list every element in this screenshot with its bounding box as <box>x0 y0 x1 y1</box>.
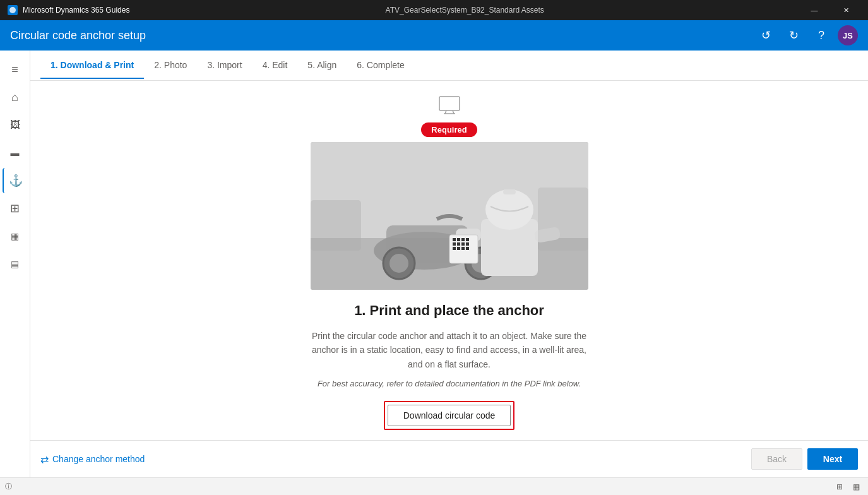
window-controls: — ✕ <box>800 0 860 20</box>
title-bar-left: Microsoft Dynamics 365 Guides <box>8 5 129 15</box>
download-button-container: Download circular code <box>384 401 515 430</box>
menu-icon: ≡ <box>11 63 18 76</box>
close-button[interactable]: ✕ <box>831 0 860 20</box>
step-note: For best accuracy, refer to detailed doc… <box>318 379 581 388</box>
svg-rect-25 <box>453 247 456 250</box>
svg-rect-31 <box>457 242 460 246</box>
help-button[interactable]: ? <box>810 24 833 47</box>
file-name: ATV_GearSelectSystem_B92_Standard Assets <box>386 6 544 15</box>
tab-photo[interactable]: 2. Photo <box>144 52 197 79</box>
info-icon[interactable]: ⓘ <box>5 482 12 491</box>
change-anchor-icon: ⇄ <box>40 453 49 465</box>
step-title: 1. Print and place the anchor <box>354 302 544 319</box>
tabs: 1. Download & Print 2. Photo 3. Import 4… <box>30 51 868 81</box>
app-name: Microsoft Dynamics 365 Guides <box>23 6 129 15</box>
anchor-icon: ⚓ <box>9 174 23 188</box>
app-icon <box>8 5 18 15</box>
svg-rect-24 <box>461 242 465 246</box>
download-circular-code-button[interactable]: Download circular code <box>388 405 511 426</box>
sidebar-item-barcode[interactable]: ▤ <box>3 251 28 277</box>
text-icon: ▬ <box>11 148 20 158</box>
table-icon: ▦ <box>11 231 19 241</box>
tab-edit[interactable]: 4. Edit <box>253 52 298 79</box>
sidebar-item-anchor[interactable]: ⚓ <box>3 168 28 193</box>
svg-rect-20 <box>453 238 456 241</box>
svg-rect-30 <box>466 247 469 250</box>
svg-rect-29 <box>466 242 469 246</box>
status-left: ⓘ <box>5 482 12 491</box>
header-title: Circular code anchor setup <box>10 29 146 42</box>
grid-icon-2[interactable]: ▦ <box>849 480 863 494</box>
change-anchor-label: Change anchor method <box>52 454 145 464</box>
sidebar-item-table[interactable]: ▦ <box>3 224 28 249</box>
sidebar-item-steps[interactable]: ⊞ <box>3 196 28 221</box>
minimize-button[interactable]: — <box>800 0 829 20</box>
steps-icon: ⊞ <box>10 201 20 215</box>
content-area: 1. Download & Print 2. Photo 3. Import 4… <box>30 51 868 477</box>
svg-rect-16 <box>503 189 516 194</box>
main-layout: ≡ ⌂ 🖼 ▬ ⚓ ⊞ ▦ ▤ 1. Download & Print <box>0 51 868 477</box>
sidebar-item-menu[interactable]: ≡ <box>3 57 28 82</box>
svg-rect-28 <box>466 238 469 241</box>
step-description: Print the circular code anchor and attac… <box>311 329 588 371</box>
tab-download[interactable]: 1. Download & Print <box>40 52 144 79</box>
monitor-icon <box>438 96 461 120</box>
image-icon: 🖼 <box>10 119 20 131</box>
svg-rect-33 <box>538 188 588 251</box>
svg-rect-21 <box>457 238 460 241</box>
status-right: ⊞ ▦ <box>833 480 863 494</box>
header-actions: ↺ ↻ ? JS <box>754 24 858 47</box>
footer: ⇄ Change anchor method Back Next <box>30 440 868 477</box>
svg-rect-32 <box>311 200 361 251</box>
anchor-image <box>311 142 588 290</box>
tab-complete[interactable]: 6. Complete <box>347 52 414 79</box>
undo-button[interactable]: ↺ <box>754 24 777 47</box>
sidebar-item-image[interactable]: 🖼 <box>3 112 28 138</box>
svg-rect-1 <box>439 97 460 110</box>
avatar: JS <box>838 25 858 45</box>
sidebar-item-home[interactable]: ⌂ <box>3 85 28 110</box>
nav-buttons: Back Next <box>751 448 858 470</box>
grid-icon-1[interactable]: ⊞ <box>833 480 847 494</box>
svg-rect-26 <box>457 247 460 250</box>
required-badge: Required <box>421 122 477 137</box>
change-anchor-link[interactable]: ⇄ Change anchor method <box>40 453 145 465</box>
svg-point-12 <box>389 254 408 273</box>
title-bar: Microsoft Dynamics 365 Guides ATV_GearSe… <box>0 0 868 20</box>
app-header: Circular code anchor setup ↺ ↻ ? JS <box>0 20 868 51</box>
svg-rect-22 <box>461 238 465 241</box>
tab-align[interactable]: 5. Align <box>297 52 347 79</box>
wizard-content: Required <box>30 81 868 440</box>
home-icon: ⌂ <box>11 91 18 104</box>
sidebar: ≡ ⌂ 🖼 ▬ ⚓ ⊞ ▦ ▤ <box>0 51 30 477</box>
next-button[interactable]: Next <box>807 448 858 470</box>
svg-point-0 <box>9 7 16 13</box>
barcode-icon: ▤ <box>11 259 19 269</box>
svg-point-15 <box>485 189 533 230</box>
svg-rect-23 <box>453 242 456 246</box>
status-bar: ⓘ ⊞ ▦ <box>0 477 868 495</box>
back-button: Back <box>751 448 802 470</box>
svg-rect-27 <box>461 247 465 250</box>
redo-button[interactable]: ↻ <box>782 24 805 47</box>
sidebar-item-text[interactable]: ▬ <box>3 140 28 165</box>
tab-import[interactable]: 3. Import <box>197 52 252 79</box>
